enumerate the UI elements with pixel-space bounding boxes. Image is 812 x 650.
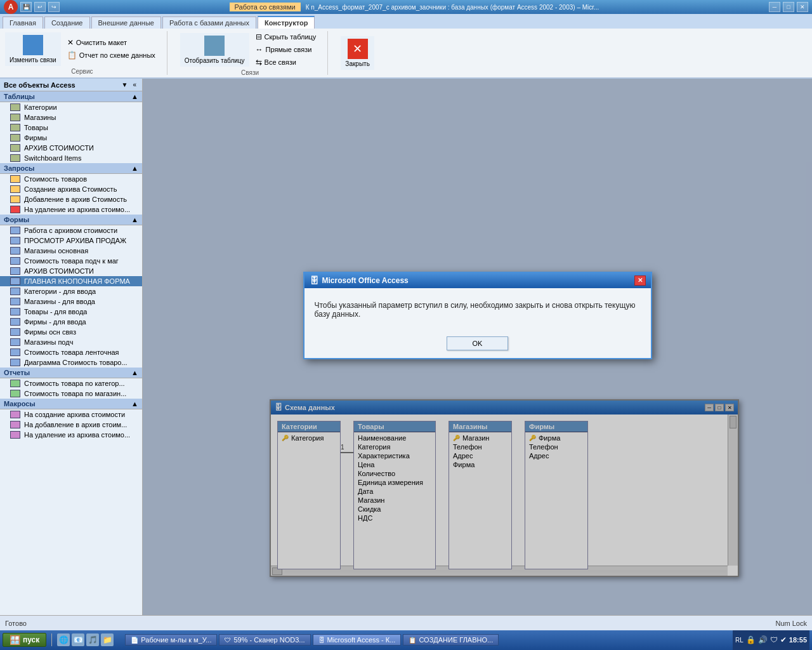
form-icon-f9 (10, 308, 20, 315)
tab-create[interactable]: Создание (44, 17, 90, 29)
nav-item-f13[interactable]: Стоимость товара ленточная (0, 347, 142, 357)
nav-collapse-btn[interactable]: ▼ (120, 81, 130, 89)
close-schema-btn[interactable]: ✕ Закрыть (341, 36, 374, 70)
nav-item-q2[interactable]: Создание архива Стоимость (0, 184, 142, 194)
nav-item-f8[interactable]: Магазины - для ввода (0, 296, 142, 307)
nav-section-queries[interactable]: Запросы ▲ (0, 163, 142, 174)
nav-item-label-r2: Стоимость товара по магазин... (24, 390, 126, 397)
minimize-btn[interactable]: ─ (769, 2, 780, 12)
tab-home[interactable]: Главная (3, 17, 43, 29)
maximize-btn[interactable]: □ (783, 2, 794, 12)
form-icon-f8 (10, 298, 20, 305)
hide-table-btn[interactable]: ⊟ Скрыть таблицу (252, 31, 320, 43)
taskbar-divider (51, 633, 52, 646)
service-group-label: Сервис (71, 68, 93, 75)
nav-item-m2[interactable]: На добавление в архив стоим... (0, 420, 142, 430)
taskbar-icon-1: 🛡 (225, 637, 231, 644)
taskbar-item-3[interactable]: 📋 СОЗДАНИЕ ГЛАВНО... (403, 634, 499, 646)
email-icon[interactable]: 📧 (72, 633, 84, 646)
nav-item-label-q4: На удаление из архива стоимо... (24, 206, 130, 213)
nav-item-label-q1: Стоимость товаров (24, 175, 87, 183)
reports-section-chevron: ▲ (131, 369, 138, 376)
nav-item-r2[interactable]: Стоимость товара по магазин... (0, 388, 142, 399)
nav-item-firms[interactable]: Фирмы (0, 133, 142, 143)
forms-section-chevron: ▲ (131, 216, 138, 223)
nav-item-f7[interactable]: Категории - для ввода (0, 286, 142, 296)
nav-item-f3[interactable]: Магазины основная (0, 246, 142, 256)
nav-item-q3[interactable]: Добавление в архив Стоимость (0, 194, 142, 204)
nav-item-shops[interactable]: Магазины (0, 112, 142, 123)
query-icon-q3 (10, 196, 20, 203)
nav-item-f9[interactable]: Товары - для ввода (0, 307, 142, 317)
nav-item-f4[interactable]: Стоимость товара подч к маг (0, 256, 142, 266)
nav-pin-btn[interactable]: « (131, 81, 138, 89)
form-icon-f7 (10, 288, 20, 295)
tray-network-icon: 🔒 (746, 635, 756, 644)
schema-report-btn[interactable]: 📋 Отчет по схеме данных (63, 50, 159, 61)
quick-access-toolbar: A 💾 ↩ ↪ (4, 0, 60, 14)
nav-item-label-m2: На добавление в архив стоим... (24, 421, 127, 428)
nav-section-tables[interactable]: Таблицы ▲ (0, 91, 142, 102)
macro-icon-m3 (10, 431, 20, 439)
tray-volume-icon: 🔊 (758, 635, 768, 644)
nav-item-f5[interactable]: АРХИВ СТОИМОСТИ (0, 266, 142, 276)
nav-section-macros[interactable]: Макросы ▲ (0, 399, 142, 409)
close-window-btn[interactable]: ✕ (797, 2, 808, 12)
nav-item-label-f8: Магазины - для ввода (24, 298, 95, 305)
query-icon-q1 (10, 175, 20, 183)
form-icon-f11 (10, 328, 20, 336)
redo-btn[interactable]: ↪ (48, 2, 60, 12)
nav-item-switchboard[interactable]: Switchboard Items (0, 153, 142, 163)
nav-item-label-f12: Магазины подч (24, 338, 73, 346)
nav-item-label-m1: На создание архива стоимости (24, 411, 125, 418)
tab-constructor[interactable]: Конструктор (258, 16, 315, 29)
nav-item-f10[interactable]: Фирмы - для ввода (0, 317, 142, 327)
nav-item-categories[interactable]: Категории (0, 102, 142, 112)
nav-item-archive-cost[interactable]: АРХИВ СТОИМОСТИ (0, 143, 142, 153)
nav-item-m1[interactable]: На создание архива стоимости (0, 409, 142, 420)
save-quick-btn[interactable]: 💾 (20, 2, 32, 12)
macro-icon-m2 (10, 421, 20, 428)
nav-item-f11[interactable]: Фирмы осн связ (0, 327, 142, 337)
taskbar-item-0[interactable]: 📄 Рабочие м-лы к м_У... (125, 634, 217, 646)
nav-item-f12[interactable]: Магазины подч (0, 337, 142, 347)
modal-dialog: 🗄 Microsoft Office Access ✕ Чтобы указан… (303, 272, 652, 359)
nav-item-f1[interactable]: Работа с архивом стоимости (0, 225, 142, 235)
nav-section-reports[interactable]: Отчеты ▲ (0, 368, 142, 378)
form-icon-f14 (10, 359, 20, 366)
taskbar-item-1[interactable]: 🛡 59% - Сканер NOD3... (219, 634, 310, 646)
nav-item-q1[interactable]: Стоимость товаров (0, 174, 142, 184)
form-icon-f1 (10, 227, 20, 234)
taskbar-item-2[interactable]: 🗄 Microsoft Access - К... (313, 634, 402, 646)
nav-section-forms[interactable]: Формы ▲ (0, 215, 142, 225)
clear-layout-btn[interactable]: ✕ Очистить макет (63, 37, 159, 48)
change-links-btn[interactable]: Изменить связи (5, 32, 61, 66)
nav-item-goods[interactable]: Товары (0, 123, 142, 133)
all-links-btn[interactable]: ⇆ Все связи (252, 56, 320, 68)
nav-item-f2[interactable]: ПРОСМОТР АРХИВА ПРОДАЖ (0, 235, 142, 246)
ie-icon[interactable]: 🌐 (57, 633, 70, 646)
nav-item-q4[interactable]: На удаление из архива стоимо... (0, 204, 142, 215)
nav-item-f6[interactable]: ГЛАВНАЯ КНОПОЧНАЯ ФОРМА (0, 276, 142, 286)
show-table-btn[interactable]: Отобразить таблицу (180, 33, 249, 67)
nav-item-label-switchboard: Switchboard Items (24, 154, 81, 162)
folder-icon[interactable]: 📁 (101, 633, 114, 646)
links-small-buttons: ⊟ Скрыть таблицу ↔ Прямые связи ⇆ Все св… (252, 31, 320, 68)
nav-items: Таблицы ▲ Категории Магазины Товары (0, 91, 142, 615)
office-button[interactable]: A (4, 0, 18, 14)
taskbar-icon-2: 🗄 (318, 637, 325, 644)
start-button[interactable]: 🪟 пуск (3, 633, 46, 647)
modal-close-btn[interactable]: ✕ (634, 275, 646, 286)
table-icon-categories (10, 103, 20, 111)
undo-btn[interactable]: ↩ (34, 2, 46, 12)
nav-item-f14[interactable]: Диаграмма Стоимость товаро... (0, 357, 142, 368)
media-icon[interactable]: 🎵 (86, 633, 99, 646)
tab-external[interactable]: Внешние данные (91, 17, 161, 29)
report-icon-r2 (10, 390, 20, 397)
tab-dbtools[interactable]: Работа с базами данных (162, 17, 256, 29)
ok-button[interactable]: OK (447, 336, 509, 350)
nav-item-m3[interactable]: На удаление из архива стоимо... (0, 430, 142, 440)
macros-section-chevron: ▲ (131, 400, 138, 408)
direct-links-btn[interactable]: ↔ Прямые связи (252, 44, 320, 55)
nav-item-r1[interactable]: Стоимость товара по категор... (0, 378, 142, 388)
